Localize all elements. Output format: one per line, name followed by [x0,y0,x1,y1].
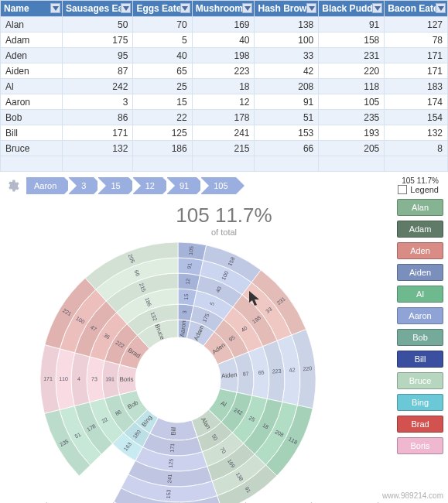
table-row[interactable]: Bill171125241153193132 [1,125,448,141]
cell-value: 66 [255,141,319,156]
sunburst-value-label: 110 [59,376,68,382]
cell-value: 105 [319,94,385,110]
col-label: Sausages Eat [66,3,126,14]
breadcrumb-item[interactable]: 105 [201,177,235,194]
col-header[interactable]: Eggs Eaten [133,1,192,17]
filter-dropdown-icon[interactable] [121,3,131,13]
col-header[interactable]: Name [1,1,63,17]
cell-value: 42 [255,63,319,79]
breadcrumb-item[interactable]: 15 [98,177,128,194]
legend-item[interactable]: Adam [397,221,443,238]
col-header[interactable]: Bacon Eaten [385,1,448,17]
cell-value: 235 [319,110,385,125]
cell-value: 22 [133,110,192,125]
filter-dropdown-icon[interactable] [306,3,316,13]
cell-name: Aiden [1,63,63,79]
legend-item[interactable]: Boris [397,437,443,454]
cell-value: 220 [319,63,385,79]
table-row[interactable]: Bob862217851235154 [1,110,448,125]
chart-title-big: 105 11.7% [0,204,448,228]
cell-value: 127 [385,17,448,33]
cell-name: Bill [1,125,63,141]
cell-value: 231 [319,48,385,63]
col-header[interactable]: Sausages Eat [63,1,133,17]
table-row[interactable]: . [1,156,448,172]
cell-value: 241 [192,125,255,141]
cell-value: 171 [385,63,448,79]
breadcrumb-item[interactable]: 12 [133,177,162,194]
cell-value: 87 [63,63,133,79]
col-header[interactable]: Hash Brown [255,1,319,17]
legend-item[interactable]: Bruce [397,372,443,389]
cell-value: 78 [385,33,448,48]
filter-dropdown-icon[interactable] [436,3,446,13]
cell-name: Aaron [1,94,63,110]
cell-value: 193 [319,125,385,141]
legend-item[interactable]: Aaron [397,307,443,324]
col-header[interactable]: Mushrooms [192,1,255,17]
cell-value: 174 [385,94,448,110]
breadcrumb-item[interactable]: Aaron [26,177,64,194]
col-label: Name [4,3,29,14]
breadcrumb: Aaron3151291105 [26,177,241,194]
cell-name: Alan [1,17,63,33]
table-row[interactable]: Al2422518208118183 [1,79,448,94]
cell-value: 51 [255,110,319,125]
sunburst-value-label: 171 [43,376,53,382]
legend-item[interactable]: Bill [397,351,443,368]
sunburst-value-label: 65 [258,369,264,375]
cell-name: . [1,156,63,172]
sunburst-value-label: 153 [166,489,172,498]
cell-value: 186 [133,141,192,156]
breadcrumb-item[interactable]: 91 [167,177,197,194]
sunburst-name-label: Boris [119,376,133,383]
cursor-icon [249,291,262,309]
sunburst-value-label: 241 [166,474,173,483]
cell-value: 95 [63,48,133,63]
sunburst-chart[interactable]: Aaron3151291105Adam175540100158Aden95401… [31,233,325,503]
table-row[interactable]: Adam17554010015878 [1,33,448,48]
table-row[interactable]: Alan507016913891127 [1,17,448,33]
col-label: Mushrooms [196,3,248,14]
legend-toggle[interactable]: 105 11.7% Legend [398,176,439,194]
sunburst-value-label: 223 [272,368,281,375]
sunburst-value-label: 4 [77,376,80,382]
cell-value: 198 [192,48,255,63]
cell-value: 50 [63,17,133,33]
table-row[interactable]: Aiden876522342220171 [1,63,448,79]
legend-item[interactable]: Al [397,286,443,303]
breadcrumb-row: Aaron3151291105 105 11.7% Legend [0,172,448,194]
cell-value: 125 [133,125,192,141]
sunburst-name-label: Aiden [221,371,238,380]
table-row[interactable]: Aden954019833231171 [1,48,448,63]
col-label: Hash Brown [258,3,312,14]
breadcrumb-item[interactable]: 3 [69,177,94,194]
cell-value: 169 [192,17,255,33]
cell-value: 208 [255,79,319,94]
cell-name: Adam [1,33,63,48]
filter-dropdown-icon[interactable] [372,3,382,13]
legend-item[interactable]: Bob [397,329,443,346]
sunburst-value-label: 73 [91,376,97,382]
data-table: NameSausages EatEggs EatenMushroomsHash … [0,0,448,172]
legend-checkbox[interactable] [398,185,407,194]
cell-value: 132 [385,125,448,141]
legend-item[interactable]: Bing [397,394,443,411]
gear-icon[interactable] [5,178,20,193]
sunburst-value-label: 3 [182,310,187,314]
legend-item[interactable]: Aden [397,242,443,259]
cell-value: 158 [319,33,385,48]
table-row[interactable]: Aaron3151291105174 [1,94,448,110]
cell-value: 171 [385,48,448,63]
legend-item[interactable]: Brad [397,416,443,433]
legend-item[interactable]: Aiden [397,264,443,281]
filter-dropdown-icon[interactable] [180,3,190,13]
cell-value: 40 [133,48,192,63]
table-row[interactable]: Bruce132186215662058 [1,141,448,156]
col-header[interactable]: Black Puddin [319,1,385,17]
filter-dropdown-icon[interactable] [50,3,60,13]
legend-item[interactable]: Alan [397,199,443,216]
filter-dropdown-icon[interactable] [242,3,252,13]
sunburst-value-label: 125 [168,458,174,467]
cell-value: 15 [133,94,192,110]
